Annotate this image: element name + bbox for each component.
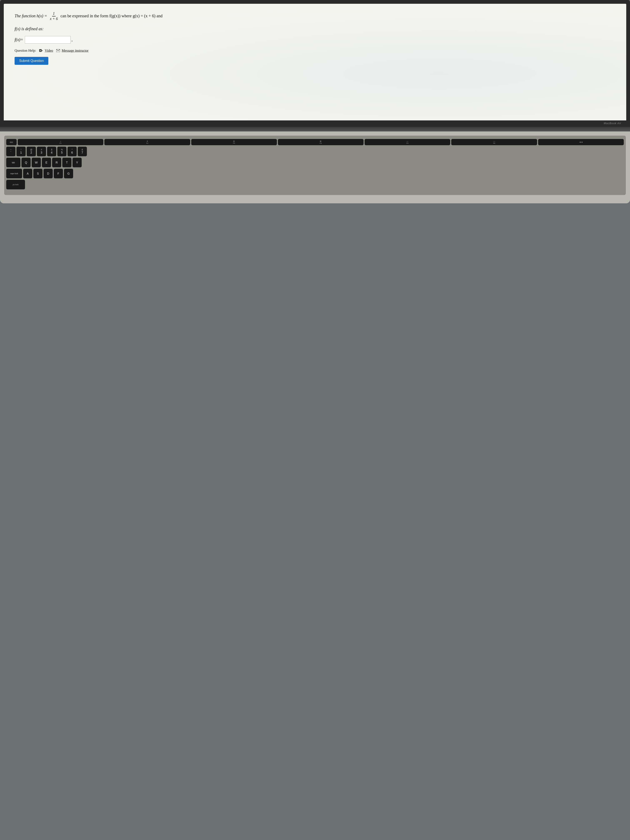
y-label: Y xyxy=(76,161,78,164)
esc-label: esc xyxy=(10,141,13,143)
key-g[interactable]: G xyxy=(64,169,73,178)
tilde-key[interactable]: ~ ` xyxy=(6,147,16,156)
f5-key[interactable]: — F5 xyxy=(365,139,450,145)
s-label: S xyxy=(37,172,39,175)
f3-label: F3 xyxy=(233,142,235,144)
asdf-row: caps lock A S D F G xyxy=(6,169,624,178)
fx-answer-input[interactable] xyxy=(25,36,71,44)
question-help-label: Question Help: xyxy=(14,49,36,53)
question-suffix: can be expressed in the form f(g(x)) whe… xyxy=(60,14,163,18)
key-e[interactable]: E xyxy=(42,158,51,167)
fraction-numerator: 1 xyxy=(52,11,55,16)
key-3-top: # xyxy=(41,149,42,151)
key-w[interactable]: W xyxy=(32,158,41,167)
screen-content: The function h(x) = 1 x + 6 can be expre… xyxy=(4,4,626,120)
esc-key[interactable]: esc xyxy=(6,139,17,145)
email-icon xyxy=(56,49,60,53)
rewind-icon: ◄◄ xyxy=(579,141,583,143)
keyboard-base: esc ☼ F1 ☀ F2 ⊟ F3 ⊞ F4 — F5 xyxy=(0,131,630,203)
fraction: 1 x + 6 xyxy=(49,11,58,22)
key-5-top: % xyxy=(61,149,63,151)
keyboard-area: esc ☼ F1 ☀ F2 ⊟ F3 ⊞ F4 — F5 xyxy=(4,136,626,195)
e-label: E xyxy=(46,161,47,164)
caps-lock-label: caps lock xyxy=(10,172,18,175)
key-3[interactable]: # 3 xyxy=(37,147,46,156)
key-2[interactable]: @ 2 xyxy=(27,147,36,156)
f1-label: F1 xyxy=(60,142,62,144)
tab-key[interactable]: tab xyxy=(6,158,21,167)
macbook-air-label: MacBook Air xyxy=(4,120,626,127)
question-line1: The function h(x) = 1 x + 6 can be expre… xyxy=(14,11,616,22)
key-y[interactable]: Y xyxy=(73,158,82,167)
key-s[interactable]: S xyxy=(33,169,43,178)
key-6[interactable]: ^ 6 xyxy=(68,147,77,156)
key-1[interactable]: ! 1 xyxy=(16,147,25,156)
f6-key[interactable]: — F6 xyxy=(451,139,537,145)
f6-label: F6 xyxy=(493,142,495,144)
key-7-top: & xyxy=(82,149,83,151)
f-label: F xyxy=(57,172,59,175)
w-label: W xyxy=(35,161,38,164)
f1-key[interactable]: ☼ F1 xyxy=(18,139,103,145)
f2-label: F2 xyxy=(146,142,148,144)
f4-key[interactable]: ⊞ F4 xyxy=(278,139,363,145)
submit-question-button[interactable]: Submit Question xyxy=(14,57,48,65)
brightness-up-icon: ☀ xyxy=(147,140,148,142)
laptop-screen-bezel: The function h(x) = 1 x + 6 can be expre… xyxy=(0,0,630,127)
message-instructor-label: Message instructor xyxy=(62,49,88,53)
fx-defined-as: f(x) is defined as: xyxy=(14,27,44,31)
key-4[interactable]: $ 4 xyxy=(47,147,56,156)
caps-lock-key[interactable]: caps lock xyxy=(6,169,22,178)
key-6-top: ^ xyxy=(72,149,73,151)
fraction-denominator: x + 6 xyxy=(49,16,58,21)
key-7[interactable]: & 7 xyxy=(78,147,87,156)
t-label: T xyxy=(66,161,68,164)
question-help-row: Question Help: Video xyxy=(14,49,616,53)
key-q[interactable]: Q xyxy=(22,158,31,167)
key-3-bottom: 3 xyxy=(41,151,42,155)
r-label: R xyxy=(55,161,58,164)
mission-control-icon: ⊟ xyxy=(233,140,235,142)
brightness-down-icon: ☼ xyxy=(60,140,62,142)
key-7-bottom: 7 xyxy=(82,151,83,155)
video-link-label: Video xyxy=(44,49,53,53)
g-label: G xyxy=(68,172,70,175)
key-5[interactable]: % 5 xyxy=(57,147,66,156)
key-a[interactable]: A xyxy=(23,169,32,178)
f4-label: F4 xyxy=(320,142,322,144)
key-r[interactable]: R xyxy=(52,158,61,167)
question-prefix: The function h(x) = xyxy=(14,14,47,18)
fx-label: f(x)= xyxy=(14,37,23,42)
rewind-key[interactable]: ◄◄ xyxy=(538,139,624,145)
message-instructor-link[interactable]: Message instructor xyxy=(56,49,88,53)
launchpad-icon: ⊞ xyxy=(320,140,322,142)
f3-key[interactable]: ⊟ F3 xyxy=(191,139,277,145)
fx-row: f(x)= , xyxy=(14,36,616,44)
question-line2: f(x) is defined as: xyxy=(14,25,616,32)
number-row: ~ ` ! 1 @ 2 # 3 $ 4 % 5 xyxy=(6,147,624,156)
q-label: Q xyxy=(25,161,27,164)
video-link[interactable]: Video xyxy=(39,49,53,53)
bottom-row-partial: ps lock xyxy=(6,180,624,189)
key-1-bottom: 1 xyxy=(20,151,22,155)
qwerty-row: tab Q W E R T Y xyxy=(6,158,624,167)
key-f[interactable]: F xyxy=(54,169,63,178)
key-4-top: $ xyxy=(51,149,52,151)
key-2-bottom: 2 xyxy=(30,151,32,155)
ps-lock-text: ps lock xyxy=(13,183,19,186)
d-label: D xyxy=(47,172,49,175)
svg-marker-1 xyxy=(42,50,43,51)
key-1-top: ! xyxy=(21,149,22,151)
key-t[interactable]: T xyxy=(62,158,71,167)
fn-key-row: esc ☼ F1 ☀ F2 ⊟ F3 ⊞ F4 — F5 xyxy=(6,139,624,145)
ps-lock-label-area: ps lock xyxy=(6,180,25,189)
f2-key[interactable]: ☀ F2 xyxy=(104,139,190,145)
key-4-bottom: 4 xyxy=(51,151,52,155)
key-d[interactable]: D xyxy=(44,169,53,178)
a-label: A xyxy=(27,172,28,175)
f6-icon: — xyxy=(493,140,495,142)
f5-label: F5 xyxy=(406,142,408,144)
tilde-top: ~ xyxy=(10,149,11,151)
fx-comma: , xyxy=(71,37,73,42)
key-5-bottom: 5 xyxy=(61,151,63,155)
